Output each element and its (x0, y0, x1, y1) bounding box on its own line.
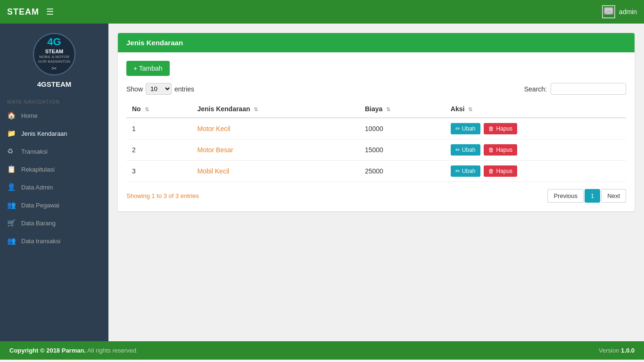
sidebar-item-data-admin[interactable]: 👤 Data Admin (0, 178, 108, 196)
ubah-button[interactable]: ✏ Ubah (451, 123, 480, 134)
entries-label: entries (174, 85, 194, 93)
cell-jenis[interactable]: Mobil Kecil (191, 161, 359, 182)
ubah-button[interactable]: ✏ Ubah (451, 165, 480, 177)
card-body: + Tambah Show 10 25 50 100 entries Sear (118, 52, 635, 211)
brand-name: STEAM (7, 7, 39, 17)
cell-biaya: 15000 (359, 140, 445, 161)
recycle-icon: ♻ (7, 147, 17, 156)
trash-icon: 🗑 (488, 168, 494, 174)
footer-copyright: Copyright © 2018 Parman. All rights rese… (9, 347, 138, 354)
hapus-button[interactable]: 🗑 Hapus (484, 165, 517, 177)
show-label: Show (126, 85, 143, 93)
page-title: Jenis Kendaraan (126, 39, 183, 47)
logo-sub1: MOBIL & MOTOR (38, 55, 70, 59)
page-1-button[interactable]: 1 (585, 189, 600, 203)
hapus-button[interactable]: 🗑 Hapus (484, 144, 517, 156)
footer-copyright-bold: Copyright © 2018 Parman. (9, 347, 86, 354)
main-content: Jenis Kendaraan + Tambah Show 10 25 50 1… (108, 24, 644, 341)
showing-text: Showing 1 to 3 of 3 entries (126, 192, 199, 199)
sort-biaya-icon: ⇅ (386, 107, 390, 112)
user-avatar (602, 5, 615, 18)
col-no[interactable]: No ⇅ (126, 100, 191, 118)
table-footer: Showing 1 to 3 of 3 entries Previous 1 N… (126, 189, 626, 203)
footer: Copyright © 2018 Parman. All rights rese… (0, 341, 644, 360)
search-input[interactable] (551, 83, 626, 95)
menu-toggle-icon[interactable]: ☰ (46, 7, 54, 17)
next-button[interactable]: Next (601, 189, 626, 203)
sidebar-item-data-transaksi[interactable]: 👥 Data transaksi (0, 232, 108, 250)
previous-button[interactable]: Previous (547, 189, 584, 203)
table-controls: Show 10 25 50 100 entries Search: (126, 83, 626, 95)
cell-no: 2 (126, 140, 191, 161)
sort-jenis-icon: ⇅ (254, 107, 258, 112)
cell-aksi: ✏ Ubah 🗑 Hapus (445, 140, 626, 161)
user-section: admin (602, 5, 637, 18)
sidebar-label-home: Home (21, 112, 38, 119)
sidebar-item-jenis-kendaraan[interactable]: 📁 Jenis Kendaraan (0, 124, 108, 142)
sidebar-item-data-barang[interactable]: 🛒 Data Barang (0, 214, 108, 232)
sidebar-logo: 4G STEAM MOBIL & MOTOR GOR BADMINTON ✂ (33, 33, 75, 75)
cell-jenis[interactable]: Motor Kecil (191, 118, 359, 140)
pegawai-icon: 👥 (7, 201, 17, 209)
logo-4g: 4G (38, 36, 70, 48)
col-biaya[interactable]: Biaya ⇅ (359, 100, 445, 118)
cell-aksi: ✏ Ubah 🗑 Hapus (445, 161, 626, 182)
pagination: Previous 1 Next (547, 189, 626, 203)
card-header: Jenis Kendaraan (118, 33, 635, 52)
table-row: 1 Motor Kecil 10000 ✏ Ubah 🗑 Hapus (126, 118, 626, 140)
col-jenis-kendaraan[interactable]: Jenis Kendaraan ⇅ (191, 100, 359, 118)
table-row: 2 Motor Besar 15000 ✏ Ubah 🗑 Hapus (126, 140, 626, 161)
cell-no: 1 (126, 118, 191, 140)
transaksi-data-icon: 👥 (7, 237, 17, 245)
add-button[interactable]: + Tambah (126, 61, 170, 76)
admin-icon: 👤 (7, 183, 17, 191)
sidebar-label-data-barang: Data Barang (21, 220, 56, 227)
sidebar-title: 4GSTEAM (37, 80, 72, 88)
sidebar-label-data-transaksi: Data transaksi (21, 238, 60, 245)
folder-icon: 📁 (7, 129, 17, 138)
data-table: No ⇅ Jenis Kendaraan ⇅ Biaya ⇅ Aksi ⇅ (126, 100, 626, 182)
edit-icon: ✏ (455, 168, 460, 174)
entries-select[interactable]: 10 25 50 100 (146, 83, 172, 95)
cell-aksi: ✏ Ubah 🗑 Hapus (445, 118, 626, 140)
search-label: Search: (524, 85, 547, 93)
logo-scissors: ✂ (38, 65, 70, 73)
sidebar-item-rekapitulasi[interactable]: 📋 Rekapitulasi (0, 160, 108, 178)
sort-no-icon: ⇅ (145, 107, 149, 112)
logo-sub2: GOR BADMINTON (38, 59, 70, 64)
logo-steam: STEAM (38, 49, 70, 55)
barang-icon: 🛒 (7, 219, 17, 227)
sidebar-item-home[interactable]: 🏠 Home (0, 107, 108, 124)
cell-biaya: 10000 (359, 118, 445, 140)
edit-icon: ✏ (455, 125, 460, 132)
sidebar-label-transaksi: Transaksi (21, 148, 48, 155)
footer-rights: All rights reserved. (87, 347, 138, 354)
main-card: Jenis Kendaraan + Tambah Show 10 25 50 1… (118, 33, 635, 211)
sidebar-label-rekapitulasi: Rekapitulasi (21, 166, 55, 173)
hapus-button[interactable]: 🗑 Hapus (484, 123, 517, 134)
col-aksi: Aksi ⇅ (445, 100, 626, 118)
ubah-button[interactable]: ✏ Ubah (451, 144, 480, 156)
footer-version-label: Version (599, 347, 619, 354)
footer-version: Version 1.0.0 (599, 347, 635, 354)
trash-icon: 🗑 (488, 147, 494, 153)
sort-aksi-icon: ⇅ (468, 107, 472, 112)
navbar: STEAM ☰ admin (0, 0, 644, 24)
home-icon: 🏠 (7, 111, 17, 120)
sidebar-section-label: MAIN NAVIGATION (0, 95, 108, 107)
sidebar-item-data-pegawai[interactable]: 👥 Data Pegawai (0, 196, 108, 214)
search-box: Search: (524, 83, 626, 95)
sidebar-label-data-admin: Data Admin (21, 184, 53, 191)
table-row: 3 Mobil Kecil 25000 ✏ Ubah 🗑 Hapus (126, 161, 626, 182)
cell-jenis[interactable]: Motor Besar (191, 140, 359, 161)
clipboard-icon: 📋 (7, 165, 17, 173)
edit-icon: ✏ (455, 147, 460, 153)
sidebar: 4G STEAM MOBIL & MOTOR GOR BADMINTON ✂ 4… (0, 24, 108, 341)
show-entries: Show 10 25 50 100 entries (126, 83, 194, 95)
sidebar-label-jenis-kendaraan: Jenis Kendaraan (21, 130, 67, 137)
cell-no: 3 (126, 161, 191, 182)
sidebar-label-data-pegawai: Data Pegawai (21, 202, 59, 209)
sidebar-item-transaksi[interactable]: ♻ Transaksi (0, 142, 108, 160)
trash-icon: 🗑 (488, 125, 494, 132)
user-name: admin (619, 8, 637, 16)
